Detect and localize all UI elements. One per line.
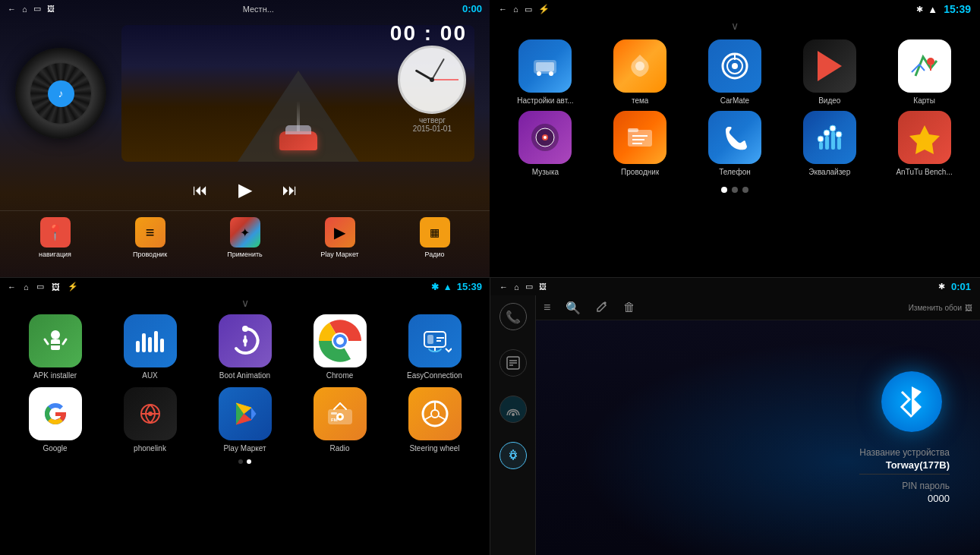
panel-app-grid-bottom: ← ⌂ ▭ 🖼 ⚡ ✱ ▲ 15:39 ∨ APK ins: [0, 277, 490, 555]
home-icon-br[interactable]: ⌂: [514, 282, 519, 292]
app-item-aux[interactable]: AUX: [106, 314, 194, 380]
back-icon-bl[interactable]: ←: [8, 282, 16, 292]
app-item-eq[interactable]: Эквалайзер: [785, 111, 874, 176]
app-item-theme[interactable]: тема: [596, 39, 685, 105]
svg-point-3: [549, 71, 553, 76]
app-item-radio[interactable]: FM Radio: [296, 387, 383, 453]
back-icon[interactable]: ←: [8, 5, 16, 14]
bt-sidebar-signal[interactable]: [499, 396, 527, 423]
app-label-settings-car: Настройки авт...: [517, 96, 573, 105]
usb-icon-bl: ⚡: [68, 282, 78, 292]
scroll-dots-bl: [0, 456, 490, 467]
svg-line-53: [340, 403, 346, 409]
wifi-icon-tr: ▲: [928, 4, 937, 15]
bt-sidebar-contacts[interactable]: [499, 349, 527, 377]
bt-sidebar-phone[interactable]: 📞: [499, 303, 527, 330]
home-icon[interactable]: ⌂: [22, 5, 27, 14]
home-icon-tr[interactable]: ⌂: [513, 5, 518, 14]
status-time-bl: 15:39: [457, 281, 482, 292]
app-item-phonelink[interactable]: phonelink: [106, 387, 194, 453]
app-item-video[interactable]: Видео: [785, 39, 874, 105]
chevron-down-bl[interactable]: ∨: [0, 295, 490, 311]
app-item-music[interactable]: Музыка: [501, 111, 590, 176]
aux-bars-icon: [136, 330, 164, 352]
photo-icon[interactable]: 🖼: [47, 5, 55, 13]
app-item-google[interactable]: Google: [11, 387, 99, 453]
status-icons-br-right: ✱ 0:01: [938, 281, 971, 292]
music-label: Местн...: [243, 5, 274, 14]
bt-delete-icon[interactable]: 🗑: [623, 301, 635, 314]
window-icon-bl[interactable]: ▭: [36, 282, 44, 292]
svg-point-25: [824, 130, 830, 136]
bt-sidebar-settings[interactable]: [499, 442, 527, 469]
app-item-carmate[interactable]: CarMate: [691, 39, 780, 105]
svg-line-54: [334, 403, 340, 409]
app-icon-phonelink: [124, 387, 177, 440]
pin-label: PIN пароль: [859, 481, 950, 491]
app-item-playmarket[interactable]: Play Маркет: [201, 387, 288, 453]
player-controls: ⏮ ▶ ⏭: [0, 169, 490, 210]
panel-bluetooth: ← ⌂ ▭ 🖼 ✱ 0:01 📞: [490, 277, 980, 555]
svg-point-27: [836, 131, 842, 137]
status-icons-tr-left: ← ⌂ ▭ ⚡: [499, 4, 550, 14]
app-item-settings-car[interactable]: Настройки авт...: [501, 39, 590, 105]
chevron-down-tr[interactable]: ∨: [490, 18, 980, 33]
svg-point-64: [512, 413, 515, 416]
play-button[interactable]: ▶: [235, 175, 256, 204]
sdot-2: [247, 459, 251, 464]
wifi-icon-bl: ▲: [443, 282, 452, 292]
prev-button[interactable]: ⏮: [189, 178, 212, 203]
nav-item-playmarket[interactable]: ▶ Play Маркет: [292, 217, 387, 258]
next-button[interactable]: ⏭: [279, 178, 301, 203]
status-icons-bl-right: ✱ ▲ 15:39: [431, 281, 482, 292]
nav-item-apply[interactable]: ✦ Применить: [197, 217, 292, 258]
status-bar-bl: ← ⌂ ▭ 🖼 ⚡ ✱ ▲ 15:39: [0, 278, 490, 295]
window-icon-br[interactable]: ▭: [525, 282, 533, 292]
app-item-boot[interactable]: Boot Animation: [201, 314, 288, 380]
app-item-antutu[interactable]: AnTuTu Bench...: [880, 111, 969, 176]
app-label-phone: Телефон: [719, 168, 750, 176]
app-item-maps[interactable]: Карты: [880, 39, 969, 105]
app-item-chrome[interactable]: Chrome: [296, 314, 383, 380]
home-icon-bl[interactable]: ⌂: [24, 282, 29, 292]
bt-wallpaper-icon: 🖼: [965, 304, 972, 312]
app-icon-phone: [708, 111, 761, 164]
window-icon[interactable]: ▭: [33, 4, 41, 14]
svg-point-7: [732, 63, 738, 69]
nav-item-radio[interactable]: ▦ Радио: [387, 217, 482, 258]
app-grid-top-right: Настройки авт... тема CarMate Видео: [490, 33, 980, 182]
app-icon-chrome: [314, 314, 367, 367]
svg-line-59: [439, 416, 446, 420]
bt-search-icon[interactable]: 🔍: [566, 301, 581, 315]
bt-edit-icon[interactable]: [596, 300, 608, 315]
clock-day: четверг 2015-01-01: [413, 116, 452, 133]
app-item-easy[interactable]: EasyConnection: [391, 314, 478, 380]
app-item-apk[interactable]: APK installer: [11, 314, 99, 380]
bt-wallpaper-button[interactable]: Изменить обои 🖼: [909, 304, 972, 312]
app-label-eq: Эквалайзер: [808, 168, 850, 176]
back-icon-br[interactable]: ←: [499, 282, 508, 292]
app-item-explorer-tr[interactable]: Проводник: [596, 111, 685, 176]
app-icon-carmate: [708, 39, 761, 93]
bt-list-icon[interactable]: ≡: [544, 301, 550, 314]
app-grid-bottom-left: APK installer AUX: [0, 311, 490, 456]
bluetooth-background: Название устройства Torway(177B) PIN пар…: [536, 320, 980, 555]
app-label-steering: Steering wheel: [409, 444, 459, 453]
bluetooth-info: Название устройства Torway(177B) PIN пар…: [859, 447, 957, 504]
back-icon-tr[interactable]: ←: [499, 5, 507, 14]
nav-item-navigation[interactable]: 📍 навигация: [8, 217, 102, 258]
app-icon-antutu: [898, 111, 951, 164]
date-value: 2015-01-01: [413, 125, 452, 133]
app-item-steering[interactable]: Steering wheel: [391, 387, 478, 453]
aux-bar-2: [142, 333, 146, 352]
app-item-phone[interactable]: Телефон: [691, 111, 780, 176]
status-bar-tr: ← ⌂ ▭ ⚡ ✱ ▲ 15:39: [490, 0, 980, 18]
bluetooth-icon-tr: ✱: [916, 5, 923, 14]
svg-rect-22: [831, 131, 835, 150]
second-hand: [432, 80, 458, 80]
window-icon-tr[interactable]: ▭: [525, 5, 532, 14]
nav-item-explorer[interactable]: ≡ Проводник: [102, 217, 197, 258]
app-label-music: Музыка: [532, 168, 559, 176]
aux-bar-5: [160, 339, 164, 352]
dot-2-tr: [732, 187, 738, 193]
